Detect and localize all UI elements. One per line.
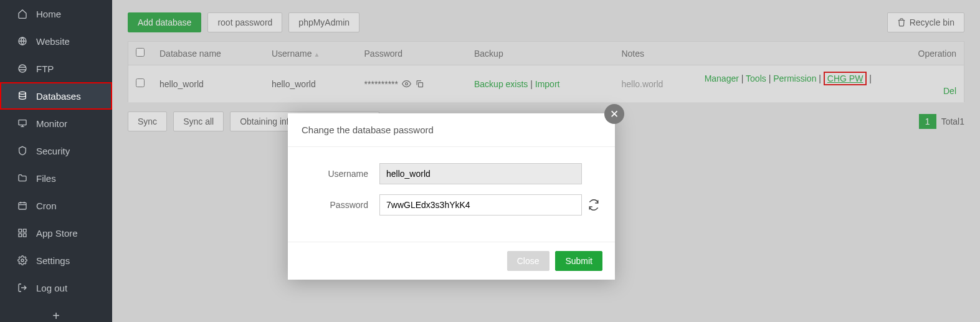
calendar-icon [17, 200, 28, 211]
svg-rect-7 [19, 234, 22, 237]
sidebar-item-label: Home [36, 9, 61, 19]
gear-icon [17, 255, 28, 266]
username-label: Username [302, 169, 379, 179]
sidebar-item-cron[interactable]: Cron [0, 192, 112, 219]
username-input [379, 163, 582, 184]
sidebar-item-label: Website [36, 36, 70, 47]
password-input[interactable] [379, 194, 582, 215]
monitor-icon [17, 118, 28, 129]
sidebar-item-label: Files [36, 173, 56, 184]
modal-close-button[interactable]: ✕ [604, 104, 624, 124]
svg-rect-3 [19, 120, 26, 125]
svg-point-2 [19, 92, 26, 94]
sidebar-item-files[interactable]: Files [0, 164, 112, 192]
sidebar-item-databases[interactable]: Databases [0, 82, 112, 110]
sidebar-add-button[interactable]: + [0, 301, 112, 322]
sidebar-item-logout[interactable]: Log out [0, 274, 112, 301]
home-icon [17, 8, 28, 19]
sidebar-item-appstore[interactable]: App Store [0, 219, 112, 247]
regenerate-password-button[interactable] [588, 199, 599, 211]
modal-submit-btn[interactable]: Submit [555, 251, 602, 271]
sidebar-item-label: Cron [36, 201, 57, 211]
sidebar-item-security[interactable]: Security [0, 137, 112, 164]
sidebar: Home Website FTP Databases Monitor Secur… [0, 0, 112, 322]
sidebar-item-label: Monitor [36, 118, 67, 129]
logout-icon [17, 282, 28, 293]
sidebar-item-home[interactable]: Home [0, 0, 112, 27]
sidebar-item-label: Security [36, 146, 70, 156]
sidebar-item-label: Databases [36, 91, 81, 102]
sidebar-item-monitor[interactable]: Monitor [0, 110, 112, 137]
svg-point-9 [21, 259, 24, 262]
plus-icon: + [52, 309, 60, 322]
password-label: Password [302, 200, 379, 210]
sidebar-item-settings[interactable]: Settings [0, 247, 112, 274]
sidebar-item-ftp[interactable]: FTP [0, 55, 112, 82]
svg-rect-8 [23, 234, 26, 237]
modal-body: Username Password [288, 147, 615, 242]
globe-icon [17, 36, 28, 47]
svg-point-1 [19, 65, 26, 72]
modal-close-btn[interactable]: Close [507, 251, 549, 271]
folder-icon [17, 173, 28, 184]
sidebar-item-label: App Store [36, 228, 78, 239]
shield-icon [17, 145, 28, 156]
modal-title: Change the database password [288, 113, 615, 147]
change-password-modal: ✕ Change the database password Username … [288, 113, 615, 280]
svg-rect-6 [23, 229, 26, 232]
svg-rect-4 [19, 202, 26, 209]
apps-icon [17, 227, 28, 239]
svg-rect-5 [19, 229, 22, 232]
modal-footer: Close Submit [288, 242, 615, 280]
sidebar-item-label: Log out [36, 283, 67, 293]
database-icon [17, 90, 28, 102]
sidebar-item-label: Settings [36, 255, 70, 266]
close-icon: ✕ [610, 108, 619, 121]
ftp-icon [17, 63, 28, 74]
sidebar-item-website[interactable]: Website [0, 27, 112, 55]
sidebar-item-label: FTP [36, 64, 54, 74]
